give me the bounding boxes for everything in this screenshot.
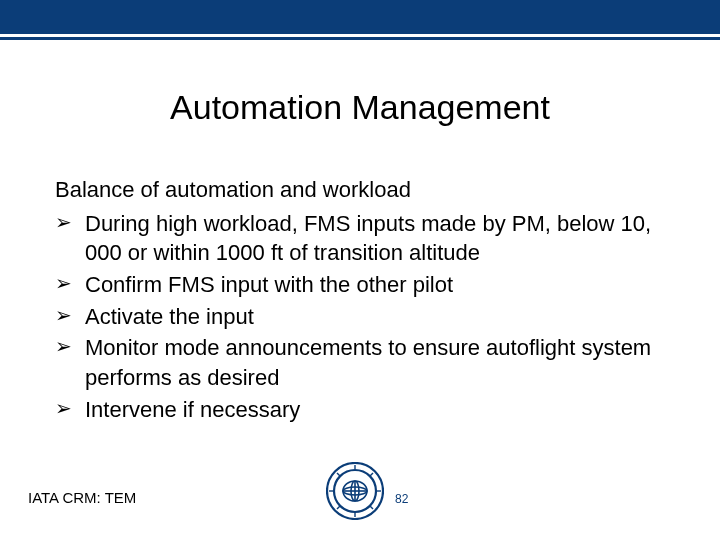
slide-title: Automation Management (0, 88, 720, 127)
bullet-list: During high workload, FMS inputs made by… (55, 209, 665, 425)
svg-line-13 (337, 506, 340, 509)
svg-line-12 (370, 473, 373, 476)
header-band (0, 0, 720, 34)
list-item: During high workload, FMS inputs made by… (55, 209, 665, 268)
iata-seal-icon (326, 462, 384, 520)
footer-course-label: IATA CRM: TEM (28, 489, 136, 506)
slide-footer: IATA CRM: TEM 82 (0, 460, 720, 520)
list-item: Activate the input (55, 302, 665, 332)
lead-text: Balance of automation and workload (55, 175, 665, 205)
slide-body: Balance of automation and workload Durin… (55, 175, 665, 425)
list-item: Monitor mode announcements to ensure aut… (55, 333, 665, 392)
header-divider (0, 37, 720, 40)
page-number: 82 (395, 492, 408, 506)
list-item: Confirm FMS input with the other pilot (55, 270, 665, 300)
svg-line-11 (337, 473, 340, 476)
list-item: Intervene if necessary (55, 395, 665, 425)
svg-line-14 (370, 506, 373, 509)
